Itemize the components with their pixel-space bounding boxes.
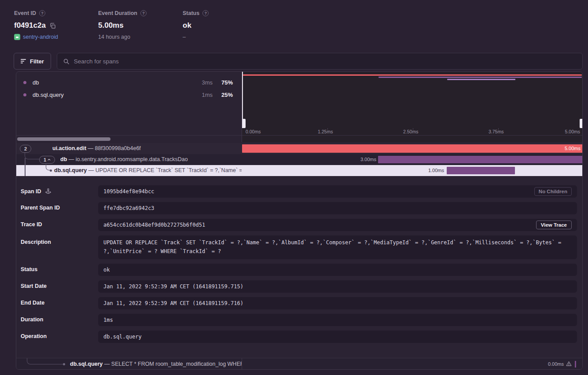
horizontal-scrollbar [16, 135, 242, 142]
detail-label-operation: Operation [21, 333, 96, 339]
axis-tick-label: 2.50ms [403, 129, 418, 134]
help-icon[interactable] [202, 10, 209, 16]
detail-value-trace-id: a654cc61dc0b48ef9d0b27275b6f0d51 View Tr… [98, 219, 577, 231]
span-operation: db [60, 156, 67, 162]
legend-time: 1ms [202, 92, 213, 98]
detail-value-start-date: Jan 11, 2022 9:52:39 AM CET (1641891159.… [98, 280, 577, 293]
event-id-value: f0491c2a [14, 21, 46, 30]
filter-button[interactable]: Filter [14, 53, 51, 70]
help-icon[interactable] [39, 10, 45, 16]
legend-name: db.sql.query [33, 92, 64, 98]
project-link[interactable]: sentry-android [23, 34, 58, 40]
no-children-badge: No Children [534, 187, 572, 196]
detail-label-description: Description [21, 239, 96, 245]
warning-icon[interactable] [566, 361, 572, 367]
trace-minimap[interactable]: 0.00ms 1.25ms 2.50ms 3.75ms 5.00ms [242, 72, 583, 142]
span-row-db-sql-query-selected[interactable]: db.sql.query — UPDATE OR REPLACE `Track`… [16, 165, 583, 176]
span-row-db[interactable]: 1 db — io.sentry.android.roomsample.data… [16, 154, 583, 165]
search-icon [63, 58, 70, 65]
span-duration-label: 1.00ms [420, 165, 444, 176]
status-sub: – [183, 34, 186, 40]
event-duration-label-text: Event Duration [98, 10, 137, 16]
legend-dot-icon [23, 93, 26, 96]
detail-label-duration: Duration [21, 316, 96, 323]
event-age: 14 hours ago [98, 34, 130, 40]
detail-label-span-id: Span ID [21, 188, 96, 195]
help-icon[interactable] [140, 10, 147, 16]
chevron-up-icon [48, 158, 51, 161]
detail-value-parent-span-id: ffe7dbc92a6942c3 [98, 202, 577, 214]
span-children-toggle[interactable]: 1 [39, 156, 55, 164]
span-bar-ui-action-edit[interactable] [242, 144, 583, 153]
detail-label-parent-span-id: Parent Span ID [21, 205, 96, 211]
child-count: 1 [44, 157, 46, 162]
event-id-label: Event ID [14, 10, 58, 16]
scrollbar-thumb[interactable] [17, 137, 110, 141]
span-operation: db.sql.query [54, 167, 87, 173]
span-description: 88f300998a0b4e6f [95, 145, 141, 151]
tree-connector [27, 358, 64, 364]
span-description: io.sentry.android.roomsample.data.Tracks… [76, 156, 188, 162]
copy-icon[interactable] [49, 22, 56, 29]
axis-tick-label: 1.25ms [318, 129, 333, 134]
column-divider [242, 358, 242, 370]
android-icon [14, 34, 20, 40]
span-operation: ui.action.edit [52, 145, 86, 151]
minimap-span-db-sql-query [447, 79, 515, 80]
detail-value-duration: 1ms [98, 314, 577, 326]
status-section: Status ok – [183, 10, 209, 40]
axis-tick-label: 3.75ms [489, 129, 503, 134]
span-bar-db[interactable] [378, 156, 583, 163]
detail-value-end-date: Jan 11, 2022 9:52:39 AM CET (1641891159.… [98, 297, 577, 309]
toolbar: Filter [14, 53, 583, 70]
event-duration-section: Event Duration 5.00ms 14 hours ago [98, 10, 147, 40]
span-bar-db-sql-query[interactable] [447, 167, 515, 174]
zero-duration-span-bar [575, 361, 576, 368]
span-duration-label: 0.00ms [548, 358, 564, 370]
detail-value-status: ok [98, 264, 577, 276]
detail-label-trace-id: Trace ID [21, 221, 96, 228]
axis-tick-label: 0.00ms [246, 129, 261, 134]
status-value: ok [183, 21, 191, 30]
view-trace-button[interactable]: View Trace [536, 221, 572, 229]
span-search [57, 53, 583, 70]
legend-percent: 75% [221, 79, 233, 86]
legend-item-db[interactable]: db 3ms 75% [23, 77, 235, 87]
legend-percent: 25% [221, 92, 233, 98]
legend-item-db-sql-query[interactable]: db.sql.query 1ms 25% [23, 90, 235, 99]
detail-value-description: UPDATE OR REPLACE `Track` SET `TrackId` … [98, 235, 577, 259]
event-duration-value: 5.00ms [98, 21, 124, 30]
minimap-window-right-edge [582, 72, 583, 128]
anchor-icon[interactable] [45, 188, 51, 195]
span-operation: db.sql.query [70, 361, 103, 367]
event-id-section: Event ID f0491c2a sentry-android [14, 10, 58, 40]
detail-label-status: Status [21, 266, 96, 272]
trace-view-panel: db 3ms 75% db.sql.query 1ms 25% [16, 71, 583, 370]
span-children-toggle[interactable]: 2 [20, 145, 31, 153]
span-row-db-sql-query-select[interactable]: db.sql.query — SELECT * FROM room_table_… [16, 358, 583, 370]
event-id-label-text: Event ID [14, 10, 36, 16]
detail-value-operation: db.sql.query [98, 331, 577, 343]
filter-icon [21, 59, 26, 63]
legend-time: 3ms [202, 79, 213, 86]
detail-label-start-date: Start Date [21, 283, 96, 289]
span-description: UPDATE OR REPLACE `Track` SET `TrackId` … [96, 167, 242, 173]
span-duration-label: 5.00ms [565, 143, 581, 154]
axis-tick-label: 5.00ms [565, 129, 580, 134]
span-detail-page: Event ID f0491c2a sentry-android [0, 0, 588, 375]
tree-connector [25, 158, 26, 176]
span-description: SELECT * FROM room_table_modification_lo… [111, 361, 242, 367]
detail-value-span-id: 1095bd4ef8e94bcc No Children [98, 185, 577, 198]
operations-breakdown: db 3ms 75% db.sql.query 1ms 25% [16, 72, 242, 142]
minimap-left-handle[interactable] [242, 119, 246, 128]
minimap-span-ui-action-edit [243, 74, 582, 76]
search-input[interactable] [74, 58, 577, 65]
detail-label-end-date: End Date [21, 300, 96, 306]
minimap-right-handle[interactable] [580, 119, 583, 128]
legend-dot-icon [23, 81, 26, 84]
minimap-span-db [379, 77, 582, 78]
child-count: 2 [24, 146, 27, 151]
legend-name: db [33, 79, 39, 86]
minimap-spacer [242, 135, 583, 142]
span-row-ui-action-edit[interactable]: 2 ui.action.edit — 88f300998a0b4e6f 5.00… [16, 143, 583, 154]
